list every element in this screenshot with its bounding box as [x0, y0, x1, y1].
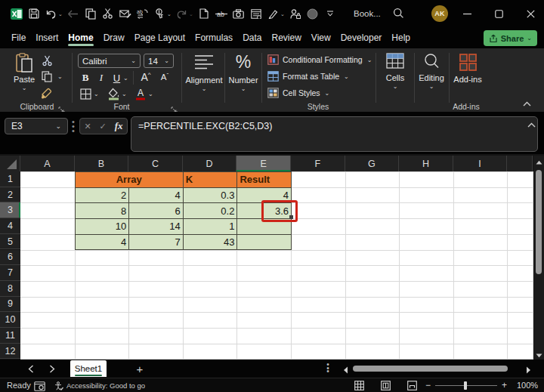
cell-C3[interactable]: 6: [128, 202, 184, 219]
undo-dropdown-icon[interactable]: ⌄: [58, 11, 63, 17]
draw-dropdown-icon[interactable]: ⌄: [280, 11, 286, 17]
zoom-out-icon[interactable]: −: [425, 380, 431, 390]
zoom-in-icon[interactable]: +: [502, 380, 507, 390]
row-header-5[interactable]: 5: [0, 234, 20, 250]
font-size-combo[interactable]: 14 ⌄: [144, 54, 174, 68]
cancel-icon[interactable]: ✕: [84, 122, 91, 131]
zoom-slider-thumb[interactable]: [464, 381, 467, 390]
number-dropdown-icon[interactable]: ⌄: [241, 85, 246, 92]
page-layout-view-icon[interactable]: [380, 380, 391, 391]
page-break-view-icon[interactable]: [406, 380, 418, 391]
table-header-k[interactable]: K: [183, 171, 238, 188]
row-header-1[interactable]: 1: [0, 171, 20, 187]
table-header-result[interactable]: Result: [236, 171, 292, 188]
form-icon[interactable]: [249, 4, 262, 23]
sheet-bar-more-icon[interactable]: •••: [326, 363, 330, 374]
cells-dropdown-icon[interactable]: ⌄: [393, 83, 398, 90]
format-painter-button[interactable]: [39, 86, 56, 100]
cell-styles-button[interactable]: Cell Styles ⌄: [267, 88, 329, 98]
name-box-dropdown-icon[interactable]: ⌄: [55, 122, 61, 130]
cell-B5[interactable]: 4: [75, 234, 130, 251]
font-name-dropdown-icon[interactable]: ⌄: [131, 57, 136, 64]
column-header-partial[interactable]: [507, 156, 533, 171]
number-group-button[interactable]: % Number ⌄: [227, 53, 260, 92]
close-button[interactable]: [515, 0, 544, 27]
font-size-dropdown-icon[interactable]: ⌄: [164, 57, 169, 64]
alignment-group-button[interactable]: Alignment ⌄: [184, 54, 224, 92]
cut-button[interactable]: [39, 54, 54, 66]
bold-button[interactable]: B: [80, 72, 91, 84]
macro-record-icon[interactable]: [34, 381, 45, 390]
row-header-11[interactable]: 11: [0, 328, 20, 344]
conditional-formatting-button[interactable]: Conditional Formatting ⌄: [267, 54, 372, 65]
copy-dropdown-icon[interactable]: ⌄: [57, 73, 63, 80]
new-file-icon[interactable]: [197, 4, 210, 23]
column-header-c[interactable]: C: [128, 156, 183, 171]
row-header-10[interactable]: 10: [0, 312, 20, 328]
strikethrough-icon[interactable]: ab: [215, 4, 227, 23]
cell-B2[interactable]: 2: [75, 187, 130, 204]
font-name-combo[interactable]: Calibri ⌄: [78, 54, 141, 68]
row-header-12[interactable]: 12: [0, 344, 20, 360]
ribbon-tab-data[interactable]: Data: [243, 28, 261, 48]
vertical-scroll-thumb[interactable]: [536, 170, 542, 274]
table-header-array[interactable]: Array: [75, 171, 184, 188]
ribbon-tab-formulas[interactable]: Formulas: [195, 28, 233, 48]
touch-mode-dropdown-icon[interactable]: ⌄: [167, 11, 172, 17]
column-header-e[interactable]: E: [236, 156, 291, 171]
borders-button[interactable]: [79, 88, 92, 100]
ribbon-tab-insert[interactable]: Insert: [36, 28, 58, 48]
avatar[interactable]: AK: [431, 5, 448, 22]
cell-D2[interactable]: 0.3: [183, 187, 238, 204]
status-mode[interactable]: Ready: [7, 381, 31, 390]
column-header-i[interactable]: I: [453, 156, 508, 171]
insert-function-icon[interactable]: fx: [115, 120, 123, 132]
clipboard-dialog-launcher-icon[interactable]: [58, 103, 66, 110]
redo-icon[interactable]: [175, 4, 188, 23]
back-icon[interactable]: [66, 4, 79, 23]
undo-icon[interactable]: [45, 4, 57, 23]
row-header-7[interactable]: 7: [0, 265, 20, 281]
more-commands-icon[interactable]: [323, 4, 336, 23]
cells-group-button[interactable]: Cells ⌄: [378, 53, 413, 90]
underline-dropdown-icon[interactable]: ⌄: [123, 75, 128, 82]
font-color-dropdown-icon[interactable]: ⌄: [148, 91, 153, 97]
permissions-icon[interactable]: [289, 4, 301, 23]
share-dropdown-icon[interactable]: ⌄: [527, 35, 532, 42]
vertical-scrollbar[interactable]: [533, 156, 544, 363]
ribbon-tab-help[interactable]: Help: [391, 28, 410, 48]
collapse-ribbon-icon[interactable]: [520, 98, 533, 109]
name-box[interactable]: E3 ⌄: [5, 118, 68, 134]
font-dialog-launcher-icon[interactable]: [171, 103, 178, 110]
italic-button[interactable]: I: [97, 72, 106, 84]
ribbon-tab-draw[interactable]: Draw: [104, 28, 125, 48]
horizontal-scrollbar[interactable]: [351, 365, 523, 372]
copy-icon[interactable]: [84, 4, 97, 23]
fill-color-button[interactable]: [106, 87, 121, 100]
horizontal-scroll-thumb[interactable]: [353, 366, 508, 372]
ribbon-tab-developer[interactable]: Developer: [341, 28, 382, 48]
cell-C2[interactable]: 4: [128, 187, 184, 204]
find-replace-icon[interactable]: ab: [136, 4, 149, 23]
fill-handle[interactable]: [289, 215, 293, 219]
camera-icon[interactable]: [232, 4, 245, 23]
row-header-4[interactable]: 4: [0, 218, 20, 234]
save-icon[interactable]: [27, 4, 40, 23]
row-header-9[interactable]: 9: [0, 297, 20, 313]
format-as-table-dropdown-icon[interactable]: ⌄: [344, 73, 349, 80]
search-icon[interactable]: [393, 8, 405, 20]
column-header-h[interactable]: H: [399, 156, 453, 171]
cell-E5[interactable]: [236, 234, 292, 251]
accessibility-status[interactable]: Accessibility: Good to go: [54, 381, 145, 390]
email-draft-icon[interactable]: [119, 4, 131, 23]
column-header-g[interactable]: G: [345, 156, 400, 171]
previous-sheet-icon[interactable]: [25, 363, 37, 375]
cut-icon[interactable]: [101, 4, 114, 23]
ribbon-tab-file[interactable]: File: [11, 28, 26, 48]
ribbon-tab-view[interactable]: View: [311, 28, 331, 48]
presence-icon[interactable]: [306, 4, 319, 23]
cell-styles-dropdown-icon[interactable]: ⌄: [325, 90, 330, 97]
collapse-formula-bar-icon[interactable]: [527, 121, 536, 129]
addins-button[interactable]: Add-ins: [450, 53, 485, 84]
column-header-a[interactable]: A: [20, 156, 75, 171]
